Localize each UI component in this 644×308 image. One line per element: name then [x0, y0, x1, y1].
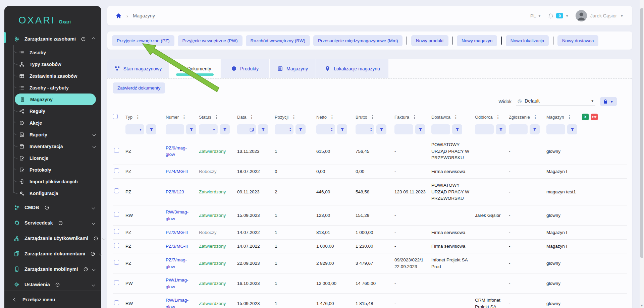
document-link[interactable]: RW/3/mag-glow	[166, 209, 189, 221]
row-checkbox[interactable]	[114, 229, 119, 234]
action-button-rw[interactable]: Rozchód wewnętrzny (RW)	[246, 35, 310, 46]
column-menu-netto[interactable]: ⋮	[330, 114, 334, 120]
column-menu-numer[interactable]: ⋮	[182, 114, 186, 120]
action-button-mm[interactable]: Przesunięcie międzymagazynowe (Mm)	[313, 35, 403, 46]
action-button-pw[interactable]: Przyjęcie wewnętrzne (PW)	[178, 35, 243, 46]
sidebar-item-zarzadzanie-dokumentami[interactable]: Zarządzanie dokumentami	[4, 246, 101, 261]
row-checkbox[interactable]	[114, 188, 119, 193]
sidebar-item-raporty[interactable]: Raporty	[13, 129, 101, 140]
filter-button-brutto[interactable]	[376, 124, 386, 134]
filter-input-brutto[interactable]: ▲▼	[356, 124, 374, 134]
sidebar-item-inwentaryzacja[interactable]: Inwentaryzacja	[13, 140, 101, 152]
document-link[interactable]: PZ/2/MG-II	[166, 230, 188, 235]
export-excel-icon[interactable]: X	[582, 114, 589, 120]
approve-documents-button[interactable]: Zatwierdź dokumenty	[113, 82, 165, 94]
sidebar-item-zarzadzanie-uzytkownikami[interactable]: Zarządzanie użytkownikami	[4, 231, 101, 246]
sidebar-item-reguly[interactable]: Reguły	[13, 105, 101, 117]
filter-input-status[interactable]: ▼	[199, 124, 218, 134]
sidebar-item-zasoby[interactable]: Zasoby	[13, 47, 101, 58]
select-all-checkbox[interactable]	[113, 114, 118, 119]
tab-dokumenty[interactable]: Dokumenty	[169, 59, 220, 78]
filter-button-dostawca[interactable]	[452, 124, 462, 134]
tab-produkty[interactable]: Produkty	[221, 59, 269, 78]
breadcrumb-link-magazyny[interactable]: Magazyny	[133, 13, 155, 18]
row-checkbox[interactable]	[114, 168, 119, 173]
column-menu-odbiorca[interactable]: ⋮	[496, 114, 500, 120]
column-menu-zgloszenie[interactable]: ⋮	[533, 114, 538, 120]
column-menu-typ[interactable]: ⋮	[136, 114, 140, 120]
scrollbar-down-arrow[interactable]: ▼	[640, 304, 644, 307]
sidebar-item-servicedesk[interactable]: Servicedesk	[4, 215, 101, 231]
row-checkbox[interactable]	[114, 280, 119, 285]
tab-magazyny[interactable]: Magazyny	[270, 59, 316, 78]
action-button-nowy-produkt[interactable]: Nowy produkt	[411, 35, 448, 46]
filter-button-magazyn[interactable]	[567, 124, 577, 134]
filter-input-typ[interactable]: ▼	[125, 124, 144, 134]
action-button-nowy-magazyn[interactable]: Nowy magazyn	[457, 35, 497, 46]
page-scrollbar[interactable]: ▼	[640, 0, 644, 308]
filter-input-numer[interactable]	[166, 124, 184, 134]
action-button-nowa-lokalizacja[interactable]: Nowa lokalizacja	[506, 35, 549, 46]
filter-button-status[interactable]	[220, 124, 230, 134]
document-link[interactable]: PZ/3/MG-II	[166, 244, 188, 249]
row-checkbox[interactable]	[114, 243, 119, 248]
filter-input-netto[interactable]: ▲▼	[316, 124, 335, 134]
filter-button-typ[interactable]	[146, 124, 156, 134]
tab-lokalizacje-magazynu[interactable]: Lokalizacje magazynu	[316, 59, 388, 78]
filter-input-odbiorca[interactable]	[475, 124, 494, 134]
column-menu-status[interactable]: ⋮	[214, 114, 219, 120]
notifications-button[interactable]: 0 ▼	[548, 13, 569, 19]
sidebar-item-cmdb[interactable]: CMDB	[4, 200, 101, 215]
sidebar-item-typy-zasobow[interactable]: Typy zasobów	[13, 58, 101, 70]
column-menu-data[interactable]: ⋮	[249, 114, 254, 120]
sidebar-item-zarzadzanie-zasobami[interactable]: Zarządzanie zasobami	[4, 31, 101, 47]
filter-input-pozycji[interactable]: ▲▼	[275, 124, 293, 134]
action-button-nowy-dostawca[interactable]: Nowy dostawca	[557, 35, 599, 46]
home-icon[interactable]	[115, 13, 122, 19]
filter-button-netto[interactable]	[337, 124, 347, 134]
sidebar-item-ustawienia[interactable]: Ustawienia	[4, 277, 101, 292]
filter-button-data[interactable]	[258, 124, 268, 134]
filter-button-odbiorca[interactable]	[496, 124, 506, 134]
document-link[interactable]: PZ/9/mag-glow	[166, 145, 187, 157]
filter-button-zgloszenie[interactable]	[530, 124, 540, 134]
filter-input-dostawca[interactable]	[431, 124, 450, 134]
sidebar-item-zarzadzanie-mobilnymi[interactable]: Zarządzanie mobilnymi	[4, 261, 101, 277]
lock-view-button[interactable]: ▼	[600, 97, 617, 106]
column-menu-brutto[interactable]: ⋮	[370, 114, 375, 120]
filter-button-pozycji[interactable]	[296, 124, 306, 134]
avatar[interactable]	[576, 10, 587, 21]
column-menu-dostawca[interactable]: ⋮	[453, 114, 458, 120]
view-select[interactable]: ◎ Default ▼	[516, 97, 595, 106]
sidebar-item-import-plikow-danych[interactable]: Import plików danych	[13, 176, 101, 187]
sidebar-item-akcje[interactable]: Akcje	[13, 117, 101, 129]
tab-stan-magazynowy[interactable]: Stan magazynowy	[107, 59, 169, 78]
menu-toggle-button[interactable]: Przełącz menu	[4, 291, 101, 308]
column-menu-pozycji[interactable]: ⋮	[291, 114, 296, 120]
row-checkbox[interactable]	[114, 212, 119, 217]
chevron-down-icon[interactable]: ▼	[620, 14, 624, 18]
filter-input-faktura[interactable]	[394, 124, 413, 134]
sidebar-item-protokoly[interactable]: Protokoły	[13, 164, 101, 176]
sidebar-item-magazyny[interactable]: Magazyny	[15, 94, 96, 105]
filter-button-faktura[interactable]	[415, 124, 425, 134]
row-checkbox[interactable]	[114, 148, 119, 153]
document-link[interactable]: PZ/7/mag-glow	[166, 257, 187, 269]
sidebar-item-licencje[interactable]: Licencje	[13, 152, 101, 164]
row-checkbox[interactable]	[114, 300, 119, 305]
sidebar-item-zestawienia-zasobow[interactable]: Zestawienia zasobów	[13, 70, 101, 82]
document-link[interactable]: PW/1/mag-glow	[166, 278, 189, 289]
document-link[interactable]: PZ/4/MG-II	[166, 169, 188, 174]
sidebar-item-zasoby-atrybuty[interactable]: Zasoby - atrybuty	[13, 82, 101, 94]
language-selector[interactable]: PL ▼	[530, 13, 541, 18]
filter-button-numer[interactable]	[186, 124, 196, 134]
scrollbar-thumb[interactable]	[640, 8, 643, 258]
document-link[interactable]: PZ/8/123	[166, 189, 184, 194]
filter-input-zgloszenie[interactable]	[509, 124, 528, 134]
row-checkbox[interactable]	[114, 260, 119, 265]
sidebar-item-konfiguracja[interactable]: Konfiguracja	[13, 187, 101, 199]
filter-input-magazyn[interactable]	[546, 124, 565, 134]
column-menu-faktura[interactable]: ⋮	[412, 114, 417, 120]
column-menu-magazyn[interactable]: ⋮	[567, 114, 572, 120]
document-link[interactable]: RW/1/mag-glow	[166, 298, 189, 308]
